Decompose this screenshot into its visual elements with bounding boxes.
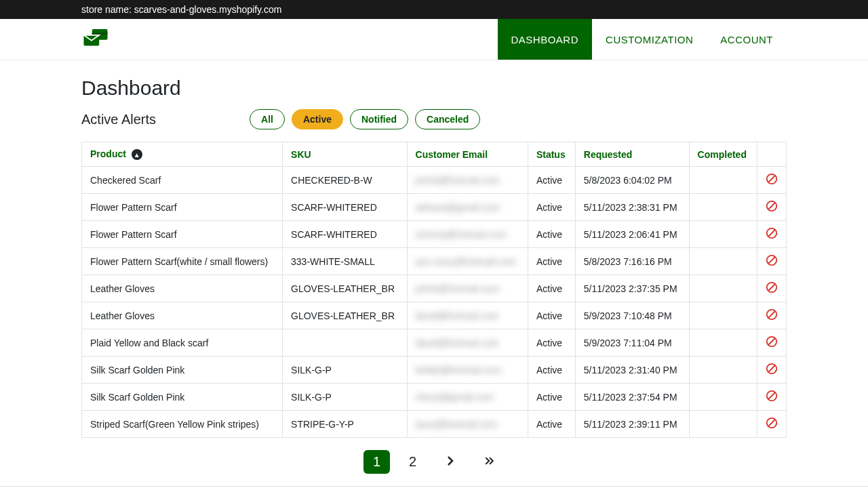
filter-notified[interactable]: Notified bbox=[350, 109, 408, 129]
cell-status: Active bbox=[528, 221, 575, 248]
cell-action bbox=[757, 248, 787, 275]
cell-product: Flower Pattern Scarf(white / small flowe… bbox=[82, 248, 283, 275]
cell-completed bbox=[689, 248, 757, 275]
cancel-icon[interactable] bbox=[766, 417, 778, 429]
table-row: Plaid Yellow and Black scarfdavid@hotmai… bbox=[82, 329, 787, 357]
col-status[interactable]: Status bbox=[528, 142, 575, 167]
cell-status: Active bbox=[528, 411, 575, 438]
cancel-icon[interactable] bbox=[766, 308, 778, 321]
cell-requested: 5/11/2023 2:37:54 PM bbox=[575, 384, 689, 411]
cell-status: Active bbox=[528, 275, 575, 302]
cell-requested: 5/11/2023 2:31:40 PM bbox=[575, 357, 689, 384]
page-1[interactable]: 1 bbox=[363, 450, 390, 474]
cell-sku: SILK-G-P bbox=[283, 357, 408, 384]
sort-up-icon: ▲ bbox=[132, 149, 142, 160]
filter-canceled[interactable]: Canceled bbox=[415, 109, 480, 129]
cancel-icon[interactable] bbox=[766, 363, 778, 375]
cell-email: david@hotmail.com bbox=[407, 302, 528, 329]
cancel-icon[interactable] bbox=[766, 390, 778, 402]
svg-line-5 bbox=[769, 176, 775, 182]
cell-email: laura@hotmail.com bbox=[407, 411, 528, 438]
col-requested[interactable]: Requested bbox=[575, 142, 689, 167]
cell-status: Active bbox=[528, 384, 575, 411]
table-row: Silk Scarf Golden PinkSILK-G-Pcheryl@gma… bbox=[82, 384, 787, 411]
nav-dashboard[interactable]: DASHBOARD bbox=[498, 19, 593, 60]
pagination: 1 2 bbox=[81, 450, 787, 474]
table-row: Silk Scarf Golden PinkSILK-G-Pbellab@hot… bbox=[82, 357, 787, 384]
table-row: Striped Scarf(Green Yellow Pink stripes)… bbox=[82, 411, 787, 438]
svg-line-7 bbox=[769, 203, 775, 209]
cell-email: cheryl@gmail.com bbox=[407, 384, 528, 411]
cell-product: Silk Scarf Golden Pink bbox=[82, 384, 283, 411]
cancel-icon[interactable] bbox=[766, 173, 778, 185]
cell-sku: SCARF-WHITERED bbox=[283, 194, 408, 221]
cell-sku: CHECKERED-B-W bbox=[283, 167, 408, 194]
page-subtitle: Active Alerts bbox=[81, 112, 156, 127]
footer-divider bbox=[0, 486, 868, 487]
cell-requested: 5/11/2023 2:37:35 PM bbox=[575, 275, 689, 302]
table-row: Flower Pattern Scarf(white / small flowe… bbox=[82, 248, 787, 275]
table-row: Leather GlovesGLOVES-LEATHER_BRjohnb@hot… bbox=[82, 275, 787, 302]
cell-completed bbox=[689, 357, 757, 384]
cell-requested: 5/11/2023 2:06:41 PM bbox=[575, 221, 689, 248]
cell-action bbox=[757, 221, 787, 248]
cell-action bbox=[757, 357, 787, 384]
svg-line-9 bbox=[769, 230, 775, 237]
col-email[interactable]: Customer Email bbox=[407, 142, 528, 167]
page-2[interactable]: 2 bbox=[399, 450, 426, 474]
cell-completed bbox=[689, 411, 757, 438]
svg-line-17 bbox=[769, 339, 775, 345]
cell-product: Flower Pattern Scarf bbox=[82, 221, 283, 248]
table-row: Flower Pattern ScarfSCARF-WHITEREDadrian… bbox=[82, 194, 787, 221]
cancel-icon[interactable] bbox=[766, 227, 778, 239]
cell-action bbox=[757, 194, 787, 221]
col-sku[interactable]: SKU bbox=[283, 142, 408, 167]
cell-sku: SCARF-WHITERED bbox=[283, 221, 408, 248]
table-row: Checkered ScarfCHECKERED-B-Wjohnb@hotmai… bbox=[82, 167, 787, 194]
cancel-icon[interactable] bbox=[766, 200, 778, 212]
table-row: Leather GlovesGLOVES-LEATHER_BRdavid@hot… bbox=[82, 302, 787, 329]
cancel-icon[interactable] bbox=[766, 336, 778, 348]
cell-product: Plaid Yellow and Black scarf bbox=[82, 329, 283, 357]
col-product[interactable]: Product ▲ bbox=[82, 142, 283, 167]
cell-completed bbox=[689, 275, 757, 302]
cell-action bbox=[757, 275, 787, 302]
nav-account[interactable]: ACCOUNT bbox=[707, 19, 787, 60]
cell-status: Active bbox=[528, 357, 575, 384]
col-completed[interactable]: Completed bbox=[689, 142, 757, 167]
svg-line-11 bbox=[769, 258, 775, 264]
cell-completed bbox=[689, 302, 757, 329]
col-action bbox=[757, 142, 787, 167]
cell-action bbox=[757, 329, 787, 357]
cell-requested: 5/8/2023 6:04:02 PM bbox=[575, 167, 689, 194]
filter-all[interactable]: All bbox=[250, 109, 285, 129]
cancel-icon[interactable] bbox=[766, 254, 778, 266]
cell-email: bellab@hotmail.com bbox=[407, 357, 528, 384]
cell-email: johnb@hotmail.com bbox=[407, 167, 528, 194]
cell-requested: 5/9/2023 7:10:48 PM bbox=[575, 302, 689, 329]
svg-rect-1 bbox=[92, 33, 108, 35]
cell-action bbox=[757, 411, 787, 438]
cell-product: Striped Scarf(Green Yellow Pink stripes) bbox=[82, 411, 283, 438]
cancel-icon[interactable] bbox=[766, 281, 778, 293]
cell-requested: 5/9/2023 7:11:04 PM bbox=[575, 329, 689, 357]
cell-action bbox=[757, 384, 787, 411]
page-next[interactable] bbox=[435, 450, 465, 474]
cell-sku: SILK-G-P bbox=[283, 384, 408, 411]
svg-line-15 bbox=[769, 312, 775, 318]
cell-status: Active bbox=[528, 194, 575, 221]
cell-status: Active bbox=[528, 167, 575, 194]
page-title: Dashboard bbox=[81, 77, 787, 100]
nav-customization[interactable]: CUSTOMIZATION bbox=[592, 19, 707, 60]
cell-sku: STRIPE-G-Y-P bbox=[283, 411, 408, 438]
col-product-label: Product bbox=[90, 148, 126, 159]
page-last[interactable] bbox=[475, 450, 505, 474]
alerts-table: Product ▲ SKU Customer Email Status Requ… bbox=[81, 142, 787, 438]
cell-sku: GLOVES-LEATHER_BR bbox=[283, 275, 408, 302]
cell-email: adriana@gmail.com bbox=[407, 194, 528, 221]
table-row: Flower Pattern ScarfSCARF-WHITEREDvictor… bbox=[82, 221, 787, 248]
cell-sku: GLOVES-LEATHER_BR bbox=[283, 302, 408, 329]
filter-active[interactable]: Active bbox=[292, 109, 343, 129]
cell-requested: 5/11/2023 2:38:31 PM bbox=[575, 194, 689, 221]
cell-product: Checkered Scarf bbox=[82, 167, 283, 194]
